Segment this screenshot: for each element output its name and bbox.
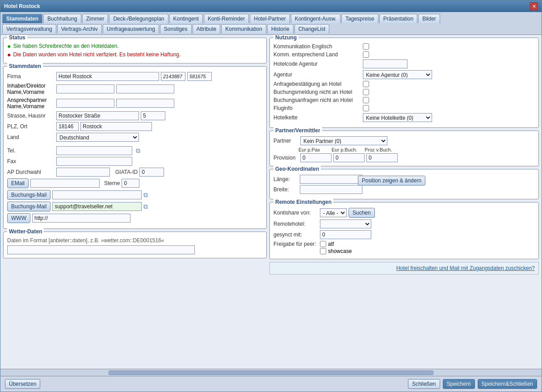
firma-row: Firma bbox=[7, 72, 263, 81]
atf-checkbox[interactable] bbox=[320, 241, 326, 247]
tab-kommunikation[interactable]: Kommunikation bbox=[221, 24, 266, 34]
speichern-button[interactable]: Speichern bbox=[443, 379, 475, 389]
tab-attribute[interactable]: Attribute bbox=[193, 24, 221, 34]
inhaber-name-input[interactable] bbox=[56, 84, 114, 93]
buchungsmeldung-checkbox[interactable] bbox=[363, 89, 369, 95]
content-area: Status ● Sie haben Schreibrechte an den … bbox=[0, 35, 542, 369]
giata-input[interactable] bbox=[139, 168, 164, 177]
www-input[interactable] bbox=[32, 214, 130, 223]
partner-select[interactable]: Kein Partner (0) bbox=[300, 136, 387, 145]
buchungsanfragen-checkbox[interactable] bbox=[363, 97, 369, 103]
agentur-select[interactable]: Keine Agentur (0) bbox=[363, 70, 432, 79]
www-button[interactable]: WWW bbox=[7, 213, 30, 223]
provision-proz-input[interactable] bbox=[366, 153, 398, 162]
tab-row-2: Vertragsverwaltung Vertrags-Archiv Umfra… bbox=[2, 24, 540, 34]
tab-buchhaltung[interactable]: Buchhaltung bbox=[43, 14, 81, 23]
tab-bilder[interactable]: Bilder bbox=[418, 14, 440, 23]
provision-pax-input[interactable] bbox=[300, 153, 332, 162]
firma-label: Firma bbox=[7, 73, 56, 80]
fax-input[interactable] bbox=[56, 157, 132, 166]
tab-kontingent[interactable]: Kontingent bbox=[169, 14, 203, 23]
komm-land-checkbox[interactable] bbox=[363, 51, 369, 58]
uebersetzen-button[interactable]: Übersetzen bbox=[5, 379, 40, 389]
wetter-input[interactable] bbox=[7, 245, 195, 254]
strasse-input[interactable] bbox=[56, 111, 139, 120]
strasse-row: Strasse, Hausnr bbox=[7, 111, 263, 120]
geo-title: Geo-Koordinaten bbox=[273, 166, 321, 172]
strasse-inputs bbox=[56, 111, 165, 120]
showcase-label: showcase bbox=[328, 248, 352, 254]
provision-buch-input[interactable] bbox=[333, 153, 365, 162]
position-button[interactable]: Position zeigen & ändern bbox=[358, 176, 425, 185]
buchungsmeldung-label: Buchungsmeldung nicht an Hotel bbox=[273, 89, 363, 95]
hausnr-input[interactable] bbox=[141, 111, 165, 120]
sterne-input[interactable] bbox=[122, 179, 139, 188]
tel-copy-icon[interactable]: ⧉ bbox=[136, 147, 140, 155]
land-select[interactable]: Deutschland bbox=[56, 133, 139, 142]
plz-inputs bbox=[56, 122, 152, 131]
firma-input[interactable] bbox=[56, 72, 159, 81]
hotelcode-input[interactable] bbox=[363, 59, 408, 68]
buchmail2-copy-icon[interactable]: ⧉ bbox=[143, 203, 148, 211]
freischalten-link[interactable]: Hotel freischalten und Mail mit Zugangsd… bbox=[396, 265, 535, 271]
tab-sonstiges[interactable]: Sonstiges bbox=[160, 24, 192, 34]
tab-kontingent-ausw[interactable]: Kontingent-Ausw. bbox=[291, 14, 340, 23]
komm-englisch-checkbox[interactable] bbox=[363, 43, 369, 50]
ansprechpartner-vorname-input[interactable] bbox=[116, 99, 174, 108]
tab-changelist[interactable]: ChangeList bbox=[294, 24, 330, 34]
email-input[interactable] bbox=[30, 179, 100, 188]
firma-num2-input bbox=[187, 72, 212, 81]
buchmail2-button[interactable]: Buchungs-Mail bbox=[7, 202, 50, 211]
tab-vertragsverwaltung[interactable]: Vertragsverwaltung bbox=[2, 24, 56, 34]
freischalten-bar[interactable]: Hotel freischalten und Mail mit Zugangsd… bbox=[269, 262, 539, 274]
tab-vertrags-archiv[interactable]: Vertrags-Archiv bbox=[57, 24, 102, 34]
tab-umfrageauswertung[interactable]: Umfrageauswertung bbox=[103, 24, 159, 34]
ansprechpartner-name-label: Name,Vorname bbox=[7, 103, 56, 110]
anfragebestaetigung-checkbox[interactable] bbox=[363, 81, 369, 87]
tab-zimmer[interactable]: Zimmer bbox=[82, 14, 109, 23]
buchmail1-copy-icon[interactable]: ⧉ bbox=[143, 191, 148, 199]
buchmail2-input[interactable] bbox=[52, 202, 142, 211]
showcase-checkbox[interactable] bbox=[320, 248, 326, 254]
title-bar: Hotel Rostock ✕ bbox=[0, 0, 542, 12]
ort-input[interactable] bbox=[80, 122, 152, 131]
tel-inputs: ⧉ bbox=[56, 146, 140, 155]
laenge-input[interactable] bbox=[300, 175, 362, 184]
suchen-button[interactable]: Suchen bbox=[349, 208, 375, 218]
tab-tagespreise[interactable]: Tagespreise bbox=[341, 14, 378, 23]
tab-belegungsplan[interactable]: Deck-/Belegungsplan bbox=[109, 14, 168, 23]
provision-inputs-row: Provision bbox=[273, 153, 535, 162]
breite-label: Breite: bbox=[273, 186, 298, 193]
schliessen-button[interactable]: Schließen bbox=[408, 379, 440, 389]
scroll-thumb[interactable] bbox=[109, 371, 433, 375]
buchungsanfragen-label: Buchungsanfragen nicht an Hotel bbox=[273, 97, 363, 103]
wetter-title: Wetter-Daten bbox=[7, 228, 44, 235]
inhaber-vorname-input[interactable] bbox=[116, 84, 174, 93]
kontishare-label: Kontishare von: bbox=[273, 210, 318, 216]
green-dot-icon: ● bbox=[7, 42, 11, 50]
nutzung-title: Nutzung bbox=[273, 35, 298, 41]
tab-stammdaten[interactable]: Stammdaten bbox=[2, 14, 42, 23]
fluginfo-checkbox[interactable] bbox=[363, 105, 369, 111]
gesynct-input[interactable] bbox=[320, 230, 371, 239]
close-window-button[interactable]: ✕ bbox=[530, 2, 538, 10]
buchmail1-button[interactable]: Buchungs-Mail bbox=[7, 190, 50, 200]
remotehotel-select[interactable] bbox=[320, 219, 371, 228]
inhaber-row: Inhaber/Direktor Name,Vorname bbox=[7, 83, 263, 95]
tab-historie[interactable]: Historie bbox=[267, 24, 294, 34]
tab-hotel-partner[interactable]: Hotel-Partner bbox=[250, 14, 290, 23]
plz-input[interactable] bbox=[56, 122, 79, 131]
ap-input[interactable] bbox=[56, 168, 110, 177]
tab-konti-reminder[interactable]: Konti-Reminder bbox=[204, 14, 249, 23]
laenge-row: Länge: bbox=[273, 175, 354, 184]
email-button[interactable]: EMail bbox=[7, 178, 29, 188]
speichern-schliessen-button[interactable]: Speichern&Schließen bbox=[478, 379, 537, 389]
buchmail1-input[interactable] bbox=[52, 190, 142, 199]
kontishare-select[interactable]: - Alle - bbox=[320, 208, 347, 217]
tel-input[interactable] bbox=[56, 146, 132, 155]
horizontal-scrollbar[interactable] bbox=[0, 369, 542, 376]
hotelkette-select[interactable]: Keine Hotelkette (0) bbox=[363, 113, 432, 122]
ansprechpartner-name-input[interactable] bbox=[56, 99, 114, 108]
breite-input[interactable] bbox=[300, 185, 362, 194]
tab-praesentation[interactable]: Präsentation bbox=[379, 14, 417, 23]
